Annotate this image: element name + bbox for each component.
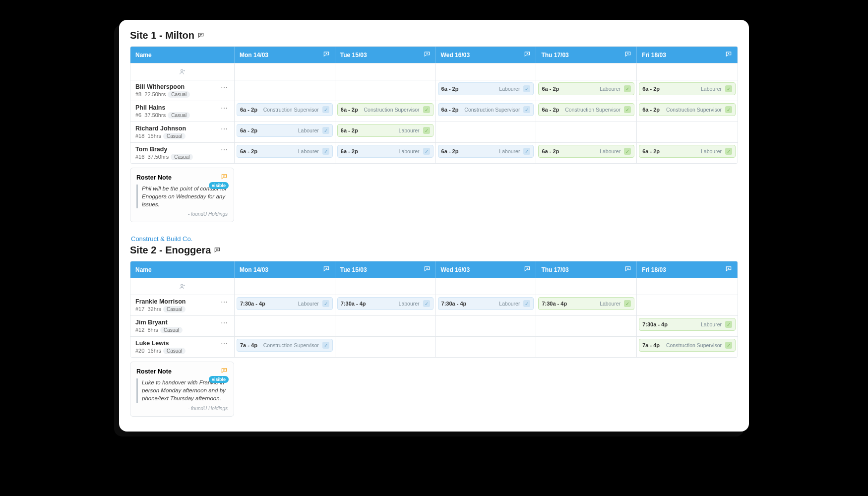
- shift-block[interactable]: 6a - 2p Labourer ✓: [639, 145, 736, 158]
- employee-meta: #16 37.50hrsCasual: [135, 154, 193, 160]
- employee-name-cell: Richard Johnson #18 15hrsCasual ⋯: [130, 122, 235, 142]
- comment-icon[interactable]: [197, 30, 204, 41]
- shift-block[interactable]: 6a - 2p Construction Supervisor ✓: [337, 103, 434, 116]
- shift-cell[interactable]: 7:30a - 4p Labourer ✓: [536, 295, 637, 315]
- shift-cell[interactable]: 6a - 2p Construction Supervisor ✓: [335, 101, 436, 122]
- shift-cell[interactable]: 6a - 2p Labourer ✓: [436, 80, 537, 101]
- shift-cell[interactable]: [637, 122, 738, 142]
- shift-cell[interactable]: 6a - 2p Construction Supervisor ✓: [235, 101, 335, 122]
- more-menu-icon[interactable]: ⋯: [220, 340, 229, 348]
- more-menu-icon[interactable]: ⋯: [220, 298, 229, 306]
- shift-block[interactable]: 6a - 2p Labourer ✓: [337, 145, 434, 158]
- shift-cell[interactable]: 6a - 2p Labourer ✓: [637, 142, 738, 163]
- shift-cell[interactable]: 7a - 4p Construction Supervisor ✓: [637, 336, 738, 357]
- add-shift-icon[interactable]: [624, 265, 631, 274]
- shift-cell[interactable]: [436, 315, 537, 336]
- shift-cell[interactable]: 6a - 2p Labourer ✓: [235, 122, 335, 142]
- shift-block[interactable]: 7:30a - 4p Labourer ✓: [639, 318, 736, 331]
- add-employee-button[interactable]: [130, 278, 235, 295]
- add-shift-icon[interactable]: [424, 51, 431, 59]
- add-shift-icon[interactable]: [323, 51, 330, 59]
- shift-block[interactable]: 7a - 4p Construction Supervisor ✓: [237, 339, 333, 352]
- employee-name[interactable]: Frankie Morrison: [135, 298, 186, 305]
- employee-name[interactable]: Tom Brady: [135, 146, 193, 153]
- shift-block[interactable]: 7:30a - 4p Labourer ✓: [237, 297, 333, 310]
- shift-block[interactable]: 6a - 2p Labourer ✓: [639, 82, 736, 95]
- add-shift-icon[interactable]: [524, 51, 531, 59]
- shift-block[interactable]: 7:30a - 4p Labourer ✓: [438, 297, 534, 310]
- add-employee-button[interactable]: [130, 63, 235, 80]
- shift-block[interactable]: 7:30a - 4p Labourer ✓: [538, 297, 634, 310]
- shift-cell[interactable]: [536, 336, 637, 357]
- shift-cell[interactable]: [436, 122, 537, 142]
- note-message-icon[interactable]: [221, 173, 228, 182]
- shift-cell[interactable]: 6a - 2p Labourer ✓: [335, 122, 436, 142]
- shift-block[interactable]: 7:30a - 4p Labourer ✓: [337, 297, 434, 310]
- shift-block[interactable]: 6a - 2p Labourer ✓: [237, 145, 333, 158]
- shift-cell[interactable]: [235, 80, 335, 101]
- shift-block[interactable]: 6a - 2p Construction Supervisor ✓: [538, 103, 634, 116]
- shift-block[interactable]: 6a - 2p Construction Supervisor ✓: [438, 103, 534, 116]
- more-menu-icon[interactable]: ⋯: [220, 319, 229, 327]
- shift-role: Labourer: [600, 86, 620, 92]
- more-menu-icon[interactable]: ⋯: [220, 146, 229, 154]
- shift-cell[interactable]: [637, 295, 738, 315]
- shift-block[interactable]: 6a - 2p Labourer ✓: [438, 145, 534, 158]
- shift-block[interactable]: 7a - 4p Construction Supervisor ✓: [639, 339, 736, 352]
- empty-cell: [335, 278, 436, 295]
- more-menu-icon[interactable]: ⋯: [220, 104, 229, 112]
- employee-name[interactable]: Luke Lewis: [135, 340, 186, 347]
- shift-cell[interactable]: [335, 336, 436, 357]
- header-day: Tue 15/03: [335, 261, 436, 278]
- shift-block[interactable]: 6a - 2p Construction Supervisor ✓: [237, 103, 333, 116]
- shift-cell[interactable]: 7:30a - 4p Labourer ✓: [637, 315, 738, 336]
- header-day: Mon 14/03: [235, 47, 335, 63]
- shift-cell[interactable]: [335, 80, 436, 101]
- add-shift-icon[interactable]: [323, 265, 330, 274]
- employee-name[interactable]: Phil Hains: [135, 104, 190, 111]
- add-shift-icon[interactable]: [725, 51, 732, 59]
- shift-block[interactable]: 6a - 2p Labourer ✓: [438, 82, 534, 95]
- shift-cell[interactable]: 7:30a - 4p Labourer ✓: [235, 295, 335, 315]
- shift-cell[interactable]: [335, 315, 436, 336]
- add-shift-icon[interactable]: [424, 265, 431, 274]
- shift-block[interactable]: 6a - 2p Labourer ✓: [538, 82, 634, 95]
- note-message-icon[interactable]: [221, 367, 228, 375]
- add-shift-icon[interactable]: [524, 265, 531, 274]
- shift-cell[interactable]: 6a - 2p Labourer ✓: [536, 142, 637, 163]
- roster-card: Site 1 - Milton NameMon 14/03Tue 15/03We…: [119, 20, 749, 432]
- employee-name[interactable]: Richard Johnson: [135, 125, 186, 132]
- shift-cell[interactable]: 7:30a - 4p Labourer ✓: [436, 295, 537, 315]
- add-shift-icon[interactable]: [624, 51, 631, 59]
- more-menu-icon[interactable]: ⋯: [220, 83, 229, 91]
- shift-cell[interactable]: 6a - 2p Labourer ✓: [335, 142, 436, 163]
- employee-name[interactable]: Bill Witherspoon: [135, 83, 190, 90]
- visibility-badge: visible: [209, 376, 229, 383]
- shift-cell[interactable]: 6a - 2p Labourer ✓: [536, 80, 637, 101]
- shift-block[interactable]: 6a - 2p Construction Supervisor ✓: [639, 103, 736, 116]
- shift-cell[interactable]: 6a - 2p Labourer ✓: [436, 142, 537, 163]
- shift-cell[interactable]: [536, 315, 637, 336]
- shift-cell[interactable]: [436, 336, 537, 357]
- shift-cell[interactable]: 6a - 2p Labourer ✓: [235, 142, 335, 163]
- shift-cell[interactable]: 7a - 4p Construction Supervisor ✓: [235, 336, 335, 357]
- shift-cell[interactable]: [235, 315, 335, 336]
- shift-cell[interactable]: 7:30a - 4p Labourer ✓: [335, 295, 436, 315]
- shift-block[interactable]: 6a - 2p Labourer ✓: [337, 124, 434, 137]
- shift-block[interactable]: 6a - 2p Labourer ✓: [538, 145, 634, 158]
- check-icon: ✓: [725, 148, 732, 155]
- shift-cell[interactable]: 6a - 2p Construction Supervisor ✓: [637, 101, 738, 122]
- shift-cell[interactable]: 6a - 2p Labourer ✓: [637, 80, 738, 101]
- shift-cell[interactable]: [536, 122, 637, 142]
- shift-block[interactable]: 6a - 2p Labourer ✓: [237, 124, 333, 137]
- comment-icon[interactable]: [214, 245, 221, 256]
- more-menu-icon[interactable]: ⋯: [220, 125, 229, 133]
- shift-cell[interactable]: 6a - 2p Construction Supervisor ✓: [536, 101, 637, 122]
- shift-role: Labourer: [600, 301, 620, 307]
- employment-tag: Casual: [171, 154, 193, 160]
- shift-cell[interactable]: 6a - 2p Construction Supervisor ✓: [436, 101, 537, 122]
- company-link[interactable]: Construct & Build Co.: [131, 235, 738, 243]
- note-title: Roster Note: [136, 368, 172, 375]
- add-shift-icon[interactable]: [725, 265, 732, 274]
- employee-name[interactable]: Jim Bryant: [135, 319, 183, 326]
